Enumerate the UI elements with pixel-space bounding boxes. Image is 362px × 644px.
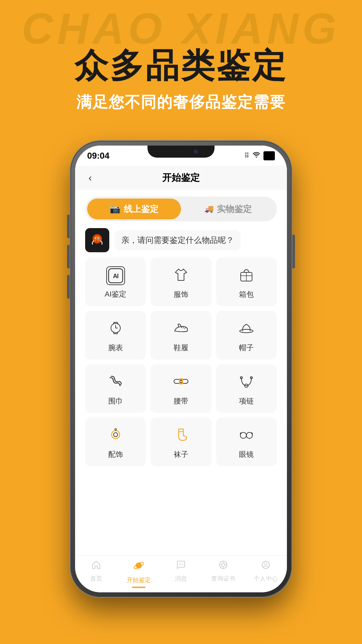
status-time: 09:04 <box>87 151 110 161</box>
accessory-icon <box>107 426 124 445</box>
nav-active-indicator <box>132 587 145 588</box>
nav-item-appraise[interactable]: 开始鉴定 <box>117 560 160 588</box>
nav-home-label: 首页 <box>90 575 102 583</box>
category-watch-label: 腕表 <box>108 343 123 353</box>
svg-point-31 <box>246 432 252 438</box>
glasses-icon <box>238 426 255 445</box>
signal-icon: ⠿ <box>244 152 249 160</box>
svg-point-30 <box>240 432 246 438</box>
svg-point-17 <box>240 329 253 333</box>
svg-point-45 <box>264 562 267 565</box>
hero-section: 众多品类鉴定 满足您不同的奢侈品鉴定需要 <box>0 47 362 113</box>
svg-line-18 <box>120 384 121 386</box>
nav-item-certificate[interactable]: 查询证书 <box>202 560 244 583</box>
phone-outer: 09:04 ⠿ 90 ‹ 开始鉴 <box>70 141 292 597</box>
wifi-icon <box>253 152 260 160</box>
category-shoes[interactable]: 鞋履 <box>150 311 211 360</box>
category-clothing[interactable]: 服饰 <box>150 258 211 306</box>
category-socks[interactable]: 袜子 <box>150 418 211 466</box>
app-content: 📷 线上鉴定 🚚 实物鉴定 <box>75 190 287 580</box>
nav-item-profile[interactable]: 个人中心 <box>245 560 287 583</box>
category-belt[interactable]: 腰带 <box>150 364 211 413</box>
brand-background-text: CHAO XIANG <box>0 3 362 54</box>
battery-badge: 90 <box>263 151 275 160</box>
shoes-icon <box>173 320 189 339</box>
svg-point-4 <box>96 238 97 238</box>
categories-grid: AI AI鉴定 服饰 <box>82 258 280 466</box>
hat-icon <box>238 320 255 339</box>
category-ai-label: AI鉴定 <box>105 289 126 299</box>
phone-mockup: 09:04 ⠿ 90 ‹ 开始鉴 <box>70 141 292 597</box>
nav-certificate-label: 查询证书 <box>211 575 235 583</box>
tab-physical-label: 实物鉴定 <box>217 203 252 215</box>
svg-line-16 <box>185 327 185 329</box>
category-bag[interactable]: 箱包 <box>216 258 277 306</box>
notch-camera <box>194 150 198 154</box>
tab-physical-appraise[interactable]: 🚚 实物鉴定 <box>181 199 275 219</box>
tab-online-appraise[interactable]: 📷 线上鉴定 <box>87 199 181 219</box>
svg-point-37 <box>182 564 183 565</box>
category-necklace[interactable]: 项链 <box>216 364 277 413</box>
scarf-icon <box>107 373 124 392</box>
planet-icon <box>133 560 144 574</box>
certificate-icon <box>218 560 228 573</box>
category-hat-label: 帽子 <box>239 343 254 353</box>
category-glasses-label: 眼镜 <box>239 449 254 460</box>
category-bag-label: 箱包 <box>239 289 254 300</box>
socks-icon <box>173 426 189 445</box>
phone-inner: 09:04 ⠿ 90 ‹ 开始鉴 <box>75 146 287 592</box>
svg-point-28 <box>115 429 116 430</box>
status-bar: 09:04 ⠿ 90 <box>75 146 287 166</box>
nav-appraise-label: 开始鉴定 <box>127 576 151 584</box>
message-icon <box>176 560 186 573</box>
page-title: 开始鉴定 <box>162 171 200 184</box>
svg-point-36 <box>181 564 182 565</box>
svg-line-15 <box>183 327 184 328</box>
chat-avatar <box>85 228 109 252</box>
tab-online-label: 线上鉴定 <box>124 203 159 215</box>
svg-point-26 <box>112 431 120 439</box>
category-hat[interactable]: 帽子 <box>216 311 277 360</box>
home-icon <box>91 560 101 573</box>
bottom-nav: 首页 开始鉴定 <box>75 555 287 592</box>
category-accessory-label: 配饰 <box>108 449 123 460</box>
category-glasses[interactable]: 眼镜 <box>216 418 277 466</box>
nav-message-label: 消息 <box>175 575 187 583</box>
bag-icon <box>238 266 255 285</box>
category-watch[interactable]: 腕表 <box>85 311 146 360</box>
category-socks-label: 袜子 <box>174 449 188 460</box>
app-nav: ‹ 开始鉴定 <box>75 166 287 190</box>
profile-icon <box>261 560 271 573</box>
category-scarf[interactable]: 围巾 <box>85 364 146 413</box>
chat-section: 亲，请问需要鉴定什么物品呢？ <box>85 228 277 252</box>
belt-icon <box>173 373 189 392</box>
category-necklace-label: 项链 <box>239 396 254 406</box>
hero-title: 众多品类鉴定 <box>0 47 362 84</box>
tab-switcher: 📷 线上鉴定 🚚 实物鉴定 <box>85 197 277 221</box>
nav-item-message[interactable]: 消息 <box>160 560 202 583</box>
notch <box>147 146 215 158</box>
necklace-icon <box>238 373 255 392</box>
svg-text:AI: AI <box>113 273 118 279</box>
category-accessory[interactable]: 配饰 <box>85 418 146 466</box>
nav-item-home[interactable]: 首页 <box>75 560 117 583</box>
category-clothing-label: 服饰 <box>174 289 188 300</box>
svg-point-27 <box>114 433 118 437</box>
category-shoes-label: 鞋履 <box>174 343 188 353</box>
nav-profile-label: 个人中心 <box>254 575 278 583</box>
app-scroll[interactable]: 📷 线上鉴定 🚚 实物鉴定 <box>75 190 287 580</box>
clothing-icon <box>173 266 189 285</box>
back-button[interactable]: ‹ <box>88 172 92 183</box>
svg-point-39 <box>222 563 225 567</box>
truck-icon: 🚚 <box>204 205 214 213</box>
status-icons: ⠿ 90 <box>244 151 275 160</box>
svg-point-22 <box>180 381 182 382</box>
hero-subtitle: 满足您不同的奢侈品鉴定需要 <box>0 92 362 113</box>
watch-icon <box>107 320 124 339</box>
svg-point-35 <box>179 564 180 565</box>
ai-icon: AI <box>106 266 125 285</box>
camera-icon: 📷 <box>110 204 120 214</box>
category-belt-label: 腰带 <box>174 396 188 406</box>
svg-point-5 <box>99 238 99 238</box>
category-ai[interactable]: AI AI鉴定 <box>85 258 146 306</box>
